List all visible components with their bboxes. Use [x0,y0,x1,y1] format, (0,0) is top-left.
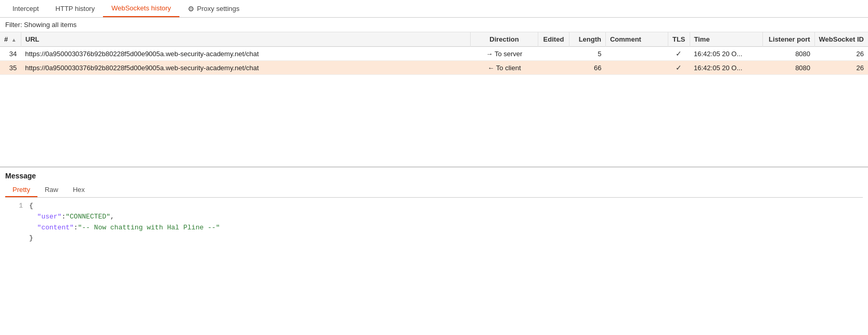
message-code-area: 1 { "user":"CONNECTED", "content":"-- No… [5,198,863,247]
cell-tls: ✓ [668,61,690,75]
msg-tab-pretty[interactable]: Pretty [5,183,37,197]
cell-num: 35 [0,61,21,75]
cell-listener-port: 8080 [762,47,814,61]
code-content-line: "content":"-- Now chatting with Hal Plin… [29,223,858,234]
websockets-table: # ▲ URL Direction Edited Length Comment … [0,32,868,75]
table-row[interactable]: 35 https://0a9500030376b92b80228f5d00e90… [0,61,868,75]
table-row[interactable]: 34 https://0a9500030376b92b80228f5d00e90… [0,47,868,61]
cell-time: 16:42:05 20 O... [690,61,762,75]
col-header-url[interactable]: URL [21,32,470,47]
tab-websockets-history[interactable]: WebSockets history [103,0,179,17]
cell-time: 16:42:05 20 O... [690,47,762,61]
filter-text: Filter: Showing all items [5,21,76,29]
tab-http-history[interactable]: HTTP history [47,1,103,17]
col-header-tls[interactable]: TLS [668,32,690,47]
code-key-user: "user" [37,213,62,221]
col-header-listener-port[interactable]: Listener port [762,32,814,47]
code-line-2: "user":"CONNECTED", [10,212,858,223]
col-header-num[interactable]: # ▲ [0,32,21,47]
col-header-direction[interactable]: Direction [470,32,538,47]
code-line-4: } [10,233,858,244]
code-line-3: "content":"-- Now chatting with Hal Plin… [10,223,858,234]
code-value-user: "CONNECTED" [66,213,110,221]
col-header-edited[interactable]: Edited [538,32,569,47]
col-header-comment[interactable]: Comment [605,32,668,47]
cell-edited [538,47,569,61]
gear-icon: ⚙ [188,5,195,13]
code-key-content: "content" [37,224,74,231]
code-line-1: 1 { [10,201,858,212]
tab-bar: Intercept HTTP history WebSockets histor… [0,0,868,18]
cell-websocket-id: 26 [814,47,868,61]
cell-comment [605,61,668,75]
table-body: 34 https://0a9500030376b92b80228f5d00e90… [0,47,868,75]
tab-intercept[interactable]: Intercept [4,1,47,17]
line-number-1: 1 [10,201,23,212]
websockets-table-area[interactable]: # ▲ URL Direction Edited Length Comment … [0,32,868,168]
msg-tab-raw[interactable]: Raw [37,183,66,197]
filter-bar: Filter: Showing all items [0,18,868,32]
cell-comment [605,47,668,61]
message-title: Message [5,172,863,180]
cell-url: https://0a9500030376b92b80228f5d00e9005a… [21,47,470,61]
message-section: Message Pretty Raw Hex 1 { "user":"CONNE… [0,168,868,247]
code-user-line: "user":"CONNECTED", [29,212,858,223]
cell-tls: ✓ [668,47,690,61]
col-header-websocket-id[interactable]: WebSocket ID [814,32,868,47]
message-tabs: Pretty Raw Hex [5,183,863,198]
cell-url: https://0a9500030376b92b80228f5d00e9005a… [21,61,470,75]
cell-listener-port: 8080 [762,61,814,75]
code-brace-close: } [29,233,858,244]
code-value-content: "-- Now chatting with Hal Pline --" [78,224,220,231]
col-header-time[interactable]: Time [690,32,762,47]
cell-length: 66 [569,61,605,75]
cell-websocket-id: 26 [814,61,868,75]
tab-proxy-settings[interactable]: ⚙ Proxy settings [179,1,248,17]
sort-asc-icon: ▲ [11,37,17,43]
cell-edited [538,61,569,75]
table-header-row: # ▲ URL Direction Edited Length Comment … [0,32,868,47]
cell-direction: → To server [470,47,538,61]
cell-num: 34 [0,47,21,61]
msg-tab-hex[interactable]: Hex [66,183,92,197]
tab-proxy-settings-label: Proxy settings [197,5,240,12]
col-header-length[interactable]: Length [569,32,605,47]
cell-length: 5 [569,47,605,61]
cell-direction: ← To client [470,61,538,75]
code-brace-open: { [29,201,858,212]
